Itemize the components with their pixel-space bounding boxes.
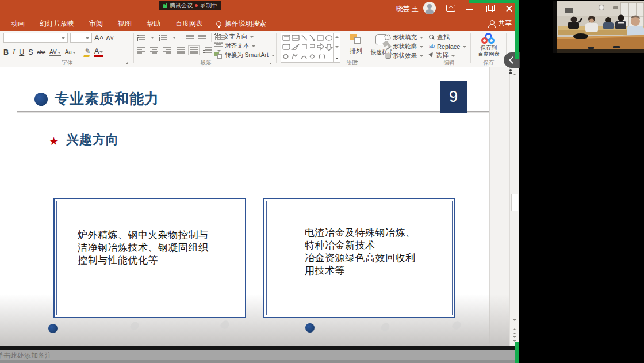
save-group: 保存到百度网盘 保存 xyxy=(473,33,505,67)
desktop-background xyxy=(519,0,644,363)
recording-label: 录制中 xyxy=(200,2,217,10)
paragraph-group: 文字方向 对齐文本 转换为 SmartArt 段落 xyxy=(137,33,275,67)
character-spacing-button[interactable]: AV xyxy=(49,49,61,56)
drawing-group: 排列 快速样式 形状填充 形状轮廓 形状效果 绘图 xyxy=(279,33,424,67)
right-content-box[interactable]: 电渣冶金及特殊钢冶炼、 特种冶金新技术 冶金资源绿色高效回收利 用技术等 xyxy=(263,198,455,318)
decor-dot-blue xyxy=(48,324,57,333)
shrink-font-button[interactable]: A˅ xyxy=(106,35,114,41)
align-left-button[interactable] xyxy=(137,47,145,54)
replace-icon: ab xyxy=(429,43,435,49)
account-name[interactable]: 晓芸 王 xyxy=(396,4,419,14)
align-right-button[interactable] xyxy=(163,47,171,54)
increase-indent-button[interactable] xyxy=(198,35,206,41)
editing-group: 查找 ab Replace 选择 编辑 xyxy=(429,33,469,67)
numbering-button[interactable] xyxy=(159,35,167,41)
align-text-icon xyxy=(214,43,223,49)
tencent-meeting-overlay[interactable]: 腾讯会议 录制中 xyxy=(159,1,221,10)
right-box-line: 电渣冶金及特殊钢冶炼、 xyxy=(305,227,416,239)
convert-smartart-button[interactable]: 转换为 SmartArt xyxy=(214,51,275,59)
status-bar xyxy=(0,360,519,363)
title-bullet-circle xyxy=(34,93,48,106)
right-box-line: 特种冶金新技术 xyxy=(305,239,416,252)
arrange-icon xyxy=(350,34,362,44)
font-name-combo[interactable] xyxy=(3,33,68,43)
paint-bucket-icon xyxy=(384,34,391,40)
notes-placeholder[interactable]: 单击此处添加备注 xyxy=(0,351,52,361)
tell-me-label: 操作说明搜索 xyxy=(225,19,266,29)
font-dialog-launcher-icon[interactable] xyxy=(125,62,129,66)
webcam-video-thumbnail[interactable] xyxy=(553,1,644,53)
notes-pane[interactable]: 单击此处添加备注 xyxy=(0,346,519,363)
font-color-button[interactable]: A xyxy=(94,47,103,57)
share-button[interactable]: 共享 xyxy=(488,18,512,28)
page-number-box: 9 xyxy=(440,81,467,113)
save-to-netdisk-button[interactable]: 保存到百度网盘 xyxy=(473,33,505,57)
scrollbar-thumb[interactable] xyxy=(511,194,518,211)
save-group-label: 保存 xyxy=(473,59,505,67)
shape-effects-button[interactable]: 形状效果 xyxy=(385,52,423,59)
replace-button[interactable]: ab Replace xyxy=(429,43,466,50)
share-border-top xyxy=(469,0,519,3)
tab-baidu-netdisk[interactable]: 百度网盘 xyxy=(168,19,210,29)
text-shadow-button[interactable]: S xyxy=(28,48,33,56)
tab-slideshow[interactable]: 幻灯片放映 xyxy=(32,19,82,29)
person-icon xyxy=(488,20,495,27)
bullets-button[interactable] xyxy=(137,35,145,41)
search-icon xyxy=(429,35,435,40)
title-bar: 腾讯会议 录制中 晓芸 王 xyxy=(0,0,520,17)
ribbon-display-options-icon[interactable] xyxy=(446,5,455,12)
notes-divider xyxy=(0,346,519,350)
shapes-gallery[interactable] xyxy=(281,33,340,63)
align-text-button[interactable]: 对齐文本 xyxy=(214,42,275,49)
editing-group-label: 编辑 xyxy=(429,59,469,67)
shapes-gallery-scroll[interactable] xyxy=(333,33,340,62)
previous-slide-button[interactable] xyxy=(511,326,518,334)
slide-subtitle[interactable]: 兴趣方向 xyxy=(66,131,119,148)
slide-canvas[interactable]: 专业素质和能力 9 ★ 兴趣方向 炉外精炼、钢中夹杂物控制与 洁净钢冶炼技术、钢… xyxy=(0,67,509,346)
share-border-right-top xyxy=(515,0,519,59)
highlight-color-button[interactable]: ✎ xyxy=(83,47,91,57)
vertical-scrollbar[interactable] xyxy=(509,67,519,346)
bold-button[interactable]: B xyxy=(3,48,9,56)
tab-view[interactable]: 视图 xyxy=(110,19,139,29)
italic-button[interactable]: I xyxy=(13,48,15,56)
tab-animation[interactable]: 动画 xyxy=(3,19,32,29)
tab-help[interactable]: 帮助 xyxy=(139,19,168,29)
text-direction-icon xyxy=(214,33,221,40)
find-button[interactable]: 查找 xyxy=(429,33,466,41)
paragraph-group-label: 段落 xyxy=(137,59,275,67)
avatar[interactable] xyxy=(423,2,436,14)
share-border-right-bottom xyxy=(515,342,519,363)
gallery-down-icon[interactable] xyxy=(335,46,339,49)
scroll-down-button[interactable] xyxy=(511,317,518,325)
tab-review[interactable]: 审阅 xyxy=(82,19,110,29)
shape-outline-button[interactable]: 形状轮廓 xyxy=(385,43,423,50)
drawing-group-label: 绘图 xyxy=(279,59,424,67)
meeting-app-label: 腾讯会议 xyxy=(170,2,193,10)
distribute-button[interactable] xyxy=(190,47,198,54)
left-box-line: 控制与性能优化等 xyxy=(78,254,209,267)
lightbulb-icon xyxy=(216,21,221,26)
columns-button[interactable] xyxy=(203,47,212,54)
align-center-button[interactable] xyxy=(150,47,158,54)
left-box-line: 炉外精炼、钢中夹杂物控制与 xyxy=(78,229,209,242)
tell-me-search[interactable]: 操作说明搜索 xyxy=(216,19,266,29)
right-box-line: 用技术等 xyxy=(305,265,416,277)
justify-button[interactable] xyxy=(177,47,185,54)
gallery-up-icon[interactable] xyxy=(335,35,339,38)
ribbon: A˄ A˅ B I U S abc AV Aa ✎ A 字体 xyxy=(0,31,520,67)
font-group-label: 字体 xyxy=(3,59,131,67)
text-direction-button[interactable]: 文字方向 xyxy=(214,33,275,40)
decrease-indent-button[interactable] xyxy=(186,35,194,41)
meeting-room-video xyxy=(553,1,644,53)
paragraph-dialog-launcher-icon[interactable] xyxy=(269,62,273,66)
strikethrough-button[interactable]: abc xyxy=(37,49,46,55)
left-content-box[interactable]: 炉外精炼、钢中夹杂物控制与 洁净钢冶炼技术、钢凝固组织 控制与性能优化等 xyxy=(53,198,246,318)
select-button[interactable]: 选择 xyxy=(429,52,466,59)
slide-title[interactable]: 专业素质和能力 xyxy=(55,89,159,108)
underline-button[interactable]: U xyxy=(19,48,24,56)
shape-fill-button[interactable]: 形状填充 xyxy=(385,33,423,41)
grow-font-button[interactable]: A˄ xyxy=(94,33,103,42)
change-case-button[interactable]: Aa xyxy=(65,49,76,55)
font-size-combo[interactable] xyxy=(70,33,92,43)
